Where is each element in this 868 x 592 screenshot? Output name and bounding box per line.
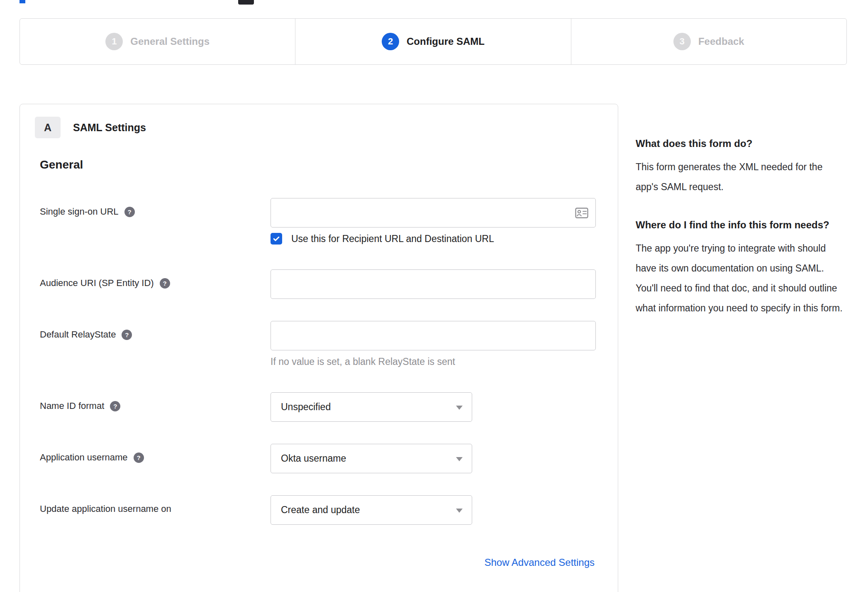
update-application-username-select[interactable]: Create and update xyxy=(271,495,472,525)
field-label-group: Application username ? xyxy=(40,444,271,463)
field-label: Update application username on xyxy=(40,504,171,514)
field-label-group: Single sign-on URL ? xyxy=(40,198,271,217)
panel-header: A SAML Settings xyxy=(35,117,146,138)
use-for-recipient-checkbox[interactable] xyxy=(271,233,282,245)
chevron-down-icon xyxy=(456,457,463,461)
general-section-title: General xyxy=(40,158,83,171)
show-advanced-settings-link[interactable]: Show Advanced Settings xyxy=(484,557,595,568)
help-body: The app you're trying to integrate with … xyxy=(636,238,845,318)
field-label-group: Default RelayState ? xyxy=(40,321,271,340)
audience-uri-input[interactable] xyxy=(271,269,596,299)
panel-title: SAML Settings xyxy=(73,122,146,134)
saml-settings-panel: A SAML Settings General Single sign-on U… xyxy=(20,104,618,592)
help-section-what: What does this form do? This form genera… xyxy=(636,134,845,197)
help-heading: What does this form do? xyxy=(636,134,845,154)
cropped-header-fragment-blue xyxy=(20,0,25,3)
help-icon[interactable]: ? xyxy=(160,278,170,289)
application-username-select[interactable]: Okta username xyxy=(271,444,472,473)
chevron-down-icon xyxy=(456,509,463,513)
help-icon[interactable]: ? xyxy=(124,207,135,217)
help-icon[interactable]: ? xyxy=(122,330,132,340)
field-audience-uri: Audience URI (SP Entity ID) ? xyxy=(40,269,596,299)
single-sign-on-url-input[interactable] xyxy=(271,198,596,228)
field-update-application-username: Update application username on Create an… xyxy=(40,495,472,525)
field-label-group: Audience URI (SP Entity ID) ? xyxy=(40,269,271,289)
field-label: Application username xyxy=(40,452,128,463)
step-general-settings[interactable]: 1 General Settings xyxy=(20,19,295,64)
relay-state-hint: If no value is set, a blank RelayState i… xyxy=(271,356,596,367)
field-application-username: Application username ? Okta username xyxy=(40,444,472,473)
step-number-badge: 1 xyxy=(105,33,123,50)
checkbox-label: Use this for Recipient URL and Destinati… xyxy=(291,233,494,245)
setup-wizard-stepper: 1 General Settings 2 Configure SAML 3 Fe… xyxy=(20,18,847,65)
step-number-badge: 3 xyxy=(673,33,691,50)
step-number-badge: 2 xyxy=(382,33,399,50)
input-wrap xyxy=(271,198,596,228)
field-label-group: Update application username on xyxy=(40,495,271,514)
help-heading: Where do I find the info this form needs… xyxy=(636,215,845,235)
input-wrap xyxy=(271,321,596,350)
help-section-where: Where do I find the info this form needs… xyxy=(636,215,845,318)
field-label: Name ID format xyxy=(40,401,104,411)
cropped-header-fragment-dark xyxy=(238,0,254,5)
step-label: General Settings xyxy=(130,36,210,47)
field-default-relay-state: Default RelayState ? If no value is set,… xyxy=(40,321,596,367)
chevron-down-icon xyxy=(456,406,463,410)
use-for-recipient-checkbox-row: Use this for Recipient URL and Destinati… xyxy=(271,233,596,245)
name-id-format-select[interactable]: Unspecified xyxy=(271,392,472,422)
help-sidebar: What does this form do? This form genera… xyxy=(636,134,845,336)
field-label: Default RelayState xyxy=(40,329,116,340)
help-icon[interactable]: ? xyxy=(134,453,144,463)
field-control-group xyxy=(271,269,596,299)
field-control-group: If no value is set, a blank RelayState i… xyxy=(271,321,596,367)
step-label: Feedback xyxy=(698,36,744,47)
field-label: Single sign-on URL xyxy=(40,206,119,217)
step-label: Configure SAML xyxy=(407,36,485,47)
select-value: Okta username xyxy=(281,453,346,464)
select-value: Unspecified xyxy=(281,401,331,413)
contact-card-icon[interactable] xyxy=(575,208,588,218)
field-label-group: Name ID format ? xyxy=(40,392,271,411)
help-icon[interactable]: ? xyxy=(110,401,120,411)
default-relay-state-input[interactable] xyxy=(271,321,596,350)
step-feedback[interactable]: 3 Feedback xyxy=(571,19,846,64)
input-wrap xyxy=(271,269,596,299)
field-control-group: Use this for Recipient URL and Destinati… xyxy=(271,198,596,245)
field-single-sign-on-url: Single sign-on URL ? xyxy=(40,198,596,245)
section-a-badge: A xyxy=(35,117,61,138)
select-value: Create and update xyxy=(281,504,360,516)
field-label: Audience URI (SP Entity ID) xyxy=(40,278,154,289)
field-name-id-format: Name ID format ? Unspecified xyxy=(40,392,472,422)
step-configure-saml[interactable]: 2 Configure SAML xyxy=(295,19,571,64)
help-body: This form generates the XML needed for t… xyxy=(636,157,845,197)
